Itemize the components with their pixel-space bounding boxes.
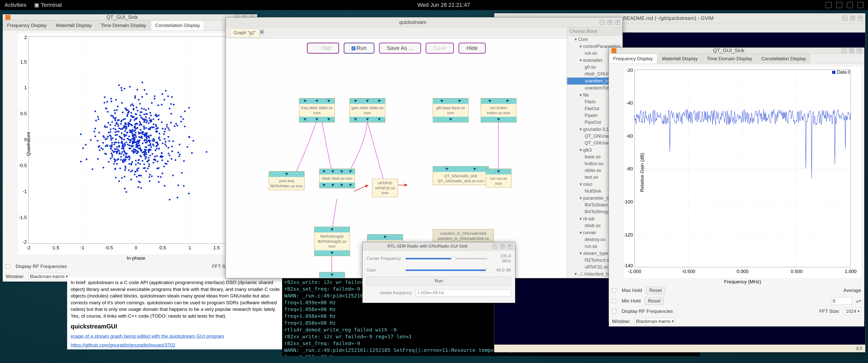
readme-link-2[interactable]: https://github.com/gnuradio/gnuradio/iss… bbox=[71, 342, 175, 348]
svg-text:-60: -60 bbox=[626, 133, 633, 139]
constellation-plot[interactable]: 21.51 0.50-0.5 -1-1.5-2 -2-1.5-1 -0.500.… bbox=[18, 34, 254, 254]
svg-point-670 bbox=[134, 139, 136, 141]
cf-slider[interactable] bbox=[405, 258, 487, 259]
svg-point-646 bbox=[114, 161, 116, 162]
tab-waterfall[interactable]: Waterfall Display bbox=[657, 54, 702, 64]
x-axis-label: In-phase bbox=[127, 255, 145, 261]
block-gain-slider[interactable]: gain slider slider.so icon bbox=[349, 98, 385, 123]
tab-time-domain[interactable]: Time Domain Display bbox=[703, 54, 756, 64]
minimize-button[interactable]: – bbox=[842, 15, 847, 21]
tree-item[interactable]: ▾Core bbox=[567, 36, 622, 43]
display-rf-checkbox[interactable] bbox=[612, 309, 616, 314]
svg-text:-1.5: -1.5 bbox=[19, 215, 27, 220]
close-button[interactable]: × bbox=[858, 15, 863, 21]
svg-point-33 bbox=[153, 162, 154, 164]
min-hold-reset-button[interactable]: Reset bbox=[645, 297, 664, 305]
svg-point-485 bbox=[97, 116, 99, 118]
graph-tab-g1[interactable]: Graph "g1" × bbox=[230, 29, 260, 37]
camera-icon[interactable] bbox=[826, 2, 832, 8]
svg-point-585 bbox=[143, 127, 145, 128]
svg-point-500 bbox=[188, 193, 190, 194]
svg-point-369 bbox=[117, 106, 119, 107]
halt-button[interactable]: ☐ Halt bbox=[307, 43, 339, 54]
svg-point-181 bbox=[103, 167, 104, 169]
titlebar[interactable]: QT_GUI_Sink – ▢ × bbox=[609, 47, 864, 54]
run-button[interactable]: Run bbox=[344, 43, 374, 54]
tab-frequency[interactable]: Frequency Display bbox=[3, 21, 51, 30]
svg-point-513 bbox=[169, 155, 170, 156]
qt-gui-sink-right-window: QT_GUI_Sink – ▢ × Frequency Display Wate… bbox=[609, 47, 865, 321]
block-run[interactable]: run run.so icon bbox=[486, 169, 512, 188]
average-input[interactable]: 0 bbox=[831, 297, 852, 305]
tab-time-domain[interactable]: Time Domain Display bbox=[96, 21, 150, 30]
close-button[interactable]: × bbox=[507, 244, 513, 249]
svg-point-215 bbox=[131, 161, 133, 163]
maximize-button[interactable]: ▢ bbox=[849, 48, 854, 53]
network-icon[interactable] bbox=[836, 2, 842, 8]
close-button[interactable]: × bbox=[857, 48, 862, 53]
block-u8tof32[interactable]: u8ToF32 u8ToF32.so icon bbox=[372, 179, 398, 197]
titlebar[interactable]: QT_GUI_Sink – ▢ × bbox=[3, 14, 257, 21]
max-hold-reset-button[interactable]: Reset bbox=[646, 287, 665, 294]
titlebar[interactable]: RTL-SDR Radio with GNURadio GUI Sink – ▢… bbox=[363, 242, 515, 251]
window-select[interactable]: Blackman-harris bbox=[634, 318, 676, 325]
cf2-input[interactable]: 1.059e+08 Hz bbox=[415, 289, 511, 296]
svg-point-472 bbox=[145, 127, 147, 129]
tab-frequency[interactable]: Frequency Display bbox=[609, 54, 657, 64]
save-as-button[interactable]: Save As ... bbox=[379, 43, 421, 54]
frequency-plot[interactable]: -20-40-60 -80-100-120-140 -1.000-0.5000.… bbox=[624, 67, 861, 278]
volume-icon[interactable] bbox=[847, 2, 853, 8]
svg-point-357 bbox=[126, 128, 127, 130]
tab-constellation[interactable]: Constellation Display bbox=[757, 54, 810, 64]
block-gtk-base[interactable]: gtk base base.so icon bbox=[433, 98, 469, 123]
tab-constellation[interactable]: Constellation Display bbox=[151, 21, 204, 30]
block-print-freq[interactable]: print freq f64ToStderr.so icon bbox=[269, 171, 305, 190]
readme-link-1[interactable]: image of a stream graph being edited wit… bbox=[71, 333, 224, 339]
maximize-button[interactable]: ▢ bbox=[607, 20, 612, 25]
svg-point-305 bbox=[160, 176, 162, 178]
maximize-button[interactable]: ▢ bbox=[500, 244, 505, 249]
svg-point-328 bbox=[113, 117, 114, 119]
window-select[interactable]: Blackman-harris bbox=[28, 273, 69, 280]
svg-point-569 bbox=[113, 163, 115, 165]
block-freq-text[interactable]: freq text text.so icon bbox=[319, 272, 345, 278]
app-icon bbox=[5, 15, 10, 20]
svg-text:-0.5: -0.5 bbox=[19, 163, 27, 168]
svg-point-516 bbox=[131, 138, 133, 140]
minimize-button[interactable]: – bbox=[492, 244, 497, 249]
block-freq-slider[interactable]: freq slider slider.so icon bbox=[299, 98, 335, 123]
block-run-button[interactable]: run button button.so icon bbox=[481, 98, 517, 123]
close-tab-icon[interactable]: × bbox=[259, 30, 265, 35]
gain-slider[interactable] bbox=[405, 269, 487, 271]
minimize-button[interactable]: – bbox=[841, 48, 846, 53]
save-button[interactable]: Save bbox=[426, 43, 454, 54]
power-icon[interactable] bbox=[858, 2, 864, 8]
close-button[interactable]: × bbox=[615, 20, 620, 25]
display-rf-checkbox[interactable] bbox=[6, 264, 10, 268]
svg-point-76 bbox=[115, 99, 117, 101]
block-qt-sink[interactable]: QT_GNUradio_sink QT_GNUradio_sink.so ico… bbox=[433, 166, 489, 185]
block-rtlsdr[interactable]: rtlsdr rtlsdr.so icon bbox=[319, 169, 355, 188]
dialog-run-button[interactable]: Run bbox=[367, 277, 511, 285]
hide-button[interactable]: Hide bbox=[459, 43, 486, 54]
activities-button[interactable]: Activities bbox=[4, 2, 27, 8]
svg-point-609 bbox=[137, 159, 139, 161]
terminal-menu[interactable]: ▣ Terminal bbox=[34, 2, 62, 8]
term-line: freq=1.059e+08 Hz bbox=[284, 354, 698, 356]
svg-point-373 bbox=[136, 127, 138, 129]
maximize-button[interactable]: ▢ bbox=[850, 15, 855, 21]
svg-point-275 bbox=[165, 141, 166, 143]
block-f64tostring[interactable]: f64ToString32 f64ToString32.so icon bbox=[314, 227, 350, 256]
svg-point-627 bbox=[133, 108, 134, 110]
svg-text:-0.5: -0.5 bbox=[105, 245, 113, 250]
svg-point-288 bbox=[111, 121, 113, 123]
titlebar[interactable]: quickstream – ▢ × bbox=[226, 18, 622, 27]
tab-waterfall[interactable]: Waterfall Display bbox=[52, 21, 96, 30]
min-hold-checkbox[interactable] bbox=[612, 299, 616, 303]
svg-point-447 bbox=[166, 124, 168, 126]
svg-point-417 bbox=[134, 129, 136, 131]
fft-size-select[interactable]: 1024 bbox=[844, 308, 861, 315]
svg-point-428 bbox=[113, 144, 115, 145]
minimize-button[interactable]: – bbox=[600, 20, 605, 25]
max-hold-checkbox[interactable] bbox=[612, 288, 616, 292]
